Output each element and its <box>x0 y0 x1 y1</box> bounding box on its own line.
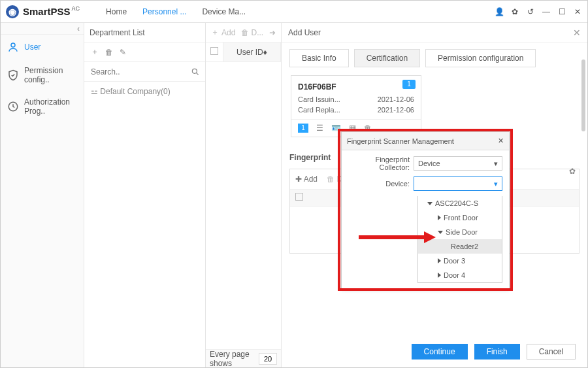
pager-size-input[interactable] <box>259 353 277 365</box>
nav-authorization[interactable]: Authorization Prog.. <box>1 91 84 122</box>
brand-suffix: AC <box>72 5 80 12</box>
search-input[interactable] <box>90 67 191 77</box>
org-icon: ⚍ <box>91 87 100 96</box>
scrollbar-thumb[interactable] <box>581 59 585 131</box>
card-replace-row: Card Repla...2021-12-06 <box>298 106 414 114</box>
fingerprint-settings-icon[interactable]: ✿ <box>569 167 576 176</box>
expand-icon <box>438 258 441 263</box>
collector-select[interactable]: Device ▾ <box>414 156 502 171</box>
chevron-down-icon: ▾ <box>494 159 498 168</box>
card-count-badge: 1 <box>402 80 416 89</box>
user-toolbar: ＋ Add 🗑 D... ➜ <box>206 23 281 42</box>
close-panel-icon[interactable]: ✕ <box>573 27 581 38</box>
tab-certification[interactable]: Certification <box>354 49 420 67</box>
popup-close-icon[interactable]: ✕ <box>498 137 504 145</box>
sync-icon[interactable]: ↺ <box>526 7 535 16</box>
left-nav: ‹ User Permission config.. Authorization… <box>1 23 84 367</box>
add-user-button[interactable]: ＋ Add <box>211 27 235 38</box>
tree-node-root[interactable]: ASC2204C-S <box>418 196 502 210</box>
card-issuing-row: Card Issuin...2021-12-06 <box>298 95 414 103</box>
user-icon[interactable]: 👤 <box>495 7 504 16</box>
popup-title: Fingerprint Scanner Management <box>347 137 454 145</box>
fp-select-all[interactable] <box>290 193 308 203</box>
sort-icon: ♦ <box>263 48 267 57</box>
user-icon <box>7 41 19 53</box>
collector-label: Fingerprint Collector: <box>348 156 414 171</box>
add-user-header: Add User ✕ <box>282 23 587 42</box>
nav-permission[interactable]: Permission config.. <box>1 59 84 91</box>
expand-icon <box>438 231 443 234</box>
expand-icon <box>438 273 441 278</box>
nav-auth-label: Authorization Prog.. <box>24 97 77 116</box>
nav-user[interactable]: User <box>1 35 84 59</box>
select-all-checkbox[interactable] <box>206 47 223 57</box>
app-logo-icon: ◉ <box>6 5 19 18</box>
nav-user-label: User <box>24 42 41 52</box>
expand-icon <box>427 202 433 205</box>
clock-icon <box>7 101 19 112</box>
user-table-header: User ID ♦ <box>206 42 281 62</box>
department-toolbar: ＋ 🗑 ✎ <box>84 42 205 62</box>
chevron-down-icon: ▾ <box>494 180 498 188</box>
tab-device[interactable]: Device Ma... <box>202 7 246 16</box>
close-icon[interactable]: ✕ <box>573 7 582 16</box>
card-list-icon[interactable]: ☰ <box>316 124 323 133</box>
collector-row: Fingerprint Collector: Device ▾ <box>348 156 502 171</box>
annotation-arrow-icon <box>359 231 437 244</box>
minimize-icon[interactable]: — <box>542 7 551 16</box>
department-search <box>84 62 205 82</box>
user-list-panel: ＋ Add 🗑 D... ➜ User ID ♦ Every page show… <box>206 23 282 367</box>
card-box: 1 D16F06BF Card Issuin...2021-12-06 Card… <box>291 75 421 137</box>
collapse-nav-icon[interactable]: ‹ <box>1 23 84 35</box>
export-icon[interactable]: ➜ <box>269 28 276 37</box>
fingerprint-add-button[interactable]: ✚ Add <box>295 175 318 184</box>
tab-permission-config[interactable]: Permission configuration <box>425 49 536 67</box>
tab-basic-info[interactable]: Basic Info <box>289 49 349 67</box>
shield-icon <box>7 69 19 81</box>
tab-home[interactable]: Home <box>106 7 127 16</box>
action-buttons: Continue Finish Cancel <box>412 344 576 360</box>
department-root[interactable]: ⚍ Default Company(0) <box>84 82 205 101</box>
cancel-button[interactable]: Cancel <box>527 344 576 360</box>
column-userid[interactable]: User ID ♦ <box>223 42 281 61</box>
brand: ◉ SmartPSS AC <box>6 5 80 18</box>
expand-icon <box>438 215 441 220</box>
device-select[interactable]: ▾ <box>414 176 502 191</box>
svg-point-0 <box>11 43 15 47</box>
tree-node-front-door[interactable]: Front Door <box>418 210 502 225</box>
add-user-title: Add User <box>288 28 321 37</box>
delete-dept-icon[interactable]: 🗑 <box>105 48 113 57</box>
popup-body: Fingerprint Collector: Device ▾ Device: … <box>342 150 509 288</box>
app-header: ◉ SmartPSS AC Home Personnel ... Device … <box>1 1 587 23</box>
card-id-icon[interactable]: 🪪 <box>331 124 341 133</box>
delete-user-icon[interactable]: 🗑 D... <box>241 28 263 37</box>
window-controls: 👤 ✿ ↺ — ☐ ✕ <box>495 7 582 16</box>
user-pager: Every page shows <box>206 349 281 367</box>
fingerprint-scanner-popup: Fingerprint Scanner Management ✕ Fingerp… <box>341 131 510 289</box>
add-user-tabs: Basic Info Certification Permission conf… <box>282 42 587 67</box>
maximize-icon[interactable]: ☐ <box>557 7 566 16</box>
top-tabs: Home Personnel ... Device Ma... <box>106 7 246 16</box>
add-dept-icon[interactable]: ＋ <box>91 46 99 58</box>
tree-node-door4[interactable]: Door 4 <box>418 268 502 282</box>
popup-header: Fingerprint Scanner Management ✕ <box>342 132 509 150</box>
pager-label: Every page shows <box>210 350 255 368</box>
card-index-badge: 1 <box>298 124 308 133</box>
brand-name: SmartPSS <box>23 6 71 17</box>
edit-dept-icon[interactable]: ✎ <box>120 48 126 57</box>
gear-icon[interactable]: ✿ <box>510 7 519 16</box>
tab-personnel[interactable]: Personnel ... <box>142 7 186 16</box>
finish-button[interactable]: Finish <box>474 344 520 360</box>
device-row: Device: ▾ <box>348 176 502 191</box>
tree-node-door3[interactable]: Door 3 <box>418 254 502 268</box>
device-label: Device: <box>348 180 414 188</box>
department-panel: Department List ＋ 🗑 ✎ ⚍ Default Company(… <box>84 23 206 367</box>
continue-button[interactable]: Continue <box>412 344 468 360</box>
search-icon[interactable] <box>191 67 200 76</box>
department-title: Department List <box>84 23 205 42</box>
card-code: D16F06BF <box>298 82 414 92</box>
nav-perm-label: Permission config.. <box>24 66 77 84</box>
svg-point-2 <box>192 69 197 73</box>
svg-marker-4 <box>424 231 436 243</box>
